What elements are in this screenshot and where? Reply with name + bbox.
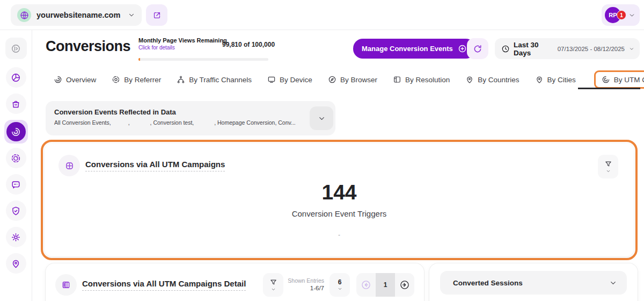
conversion-events-panel: Conversion Events Reflected in Data All … — [46, 101, 335, 135]
external-link-icon — [152, 11, 162, 20]
sidebar-item-feedback[interactable] — [6, 174, 26, 195]
previous-page-button[interactable] — [356, 273, 376, 297]
monitor-icon — [267, 75, 276, 84]
shown-entries: Shown Entries 1-6/7 — [288, 277, 324, 293]
tab-by-referrer[interactable]: By Referrer — [112, 75, 161, 84]
converted-sessions-dropdown[interactable]: Converted Sessions — [440, 271, 627, 295]
utm-spiral-icon — [602, 75, 610, 84]
compass-icon — [328, 75, 336, 84]
chevron-down-icon — [606, 169, 611, 174]
quota-progress-fill — [138, 58, 140, 61]
funnel-icon — [604, 160, 612, 168]
chevron-down-icon — [318, 114, 326, 123]
page-size-value: 6 — [338, 278, 342, 286]
dropdown-selected-value: Converted Sessions — [453, 279, 523, 287]
window-icon — [393, 75, 401, 84]
notification-badge: 1 — [617, 10, 626, 20]
active-tab-indicator — [578, 88, 640, 89]
account-menu[interactable]: RP 1 — [602, 4, 640, 26]
tab-label: By Device — [280, 76, 312, 84]
map-pin-icon — [535, 75, 544, 84]
arrow-right-circle-icon — [399, 280, 410, 290]
chevron-down-icon — [128, 11, 135, 19]
website-selector[interactable]: yourwebsitename.com — [11, 4, 142, 26]
conversion-sub-value: - — [58, 231, 620, 239]
current-page[interactable]: 1 — [376, 273, 395, 297]
utm-campaigns-detail-card: Conversions via All UTM Campaigns Detail… — [46, 263, 424, 301]
tab-by-browser[interactable]: By Browser — [328, 75, 377, 84]
sidebar-nav — [0, 30, 32, 301]
sidebar-item-settings[interactable] — [6, 227, 26, 247]
sidebar-item-locations[interactable] — [6, 253, 26, 274]
map-pin-icon — [465, 75, 474, 84]
period-range: 07/13/2025 - 08/12/2025 — [558, 46, 625, 52]
filter-button[interactable] — [598, 155, 618, 178]
plus-circle-icon — [458, 44, 467, 53]
tab-label: Overview — [66, 76, 96, 84]
sidebar-item-conversions[interactable] — [4, 120, 28, 144]
chevron-down-icon — [628, 12, 635, 19]
next-page-button[interactable] — [395, 273, 414, 297]
report-tabs: Overview By Referrer By Traffic Channels… — [32, 69, 644, 90]
gear-icon — [11, 232, 21, 242]
tab-label: By Referrer — [124, 76, 161, 84]
shown-entries-label: Shown Entries — [288, 277, 324, 284]
open-website-button[interactable] — [146, 4, 167, 26]
pie-chart-icon — [11, 73, 21, 83]
expand-events-button[interactable] — [310, 106, 333, 130]
network-icon — [177, 75, 185, 84]
page-title: Conversions — [46, 38, 130, 55]
events-panel-title: Conversion Events Reflected in Data — [54, 108, 327, 116]
sidebar-item-ecommerce[interactable] — [6, 94, 26, 114]
manage-button-label: Manage Conversion Events — [362, 45, 453, 53]
table-columns-icon — [55, 274, 77, 296]
chevron-down-icon — [271, 287, 276, 292]
events-panel-summary: All Conversion Events, , , Conversion te… — [54, 119, 327, 126]
clock-icon — [501, 45, 510, 53]
arrow-left-circle-icon — [361, 280, 371, 290]
website-name: yourwebsitename.com — [36, 11, 122, 19]
page-views-quota: Monthly Page Views Remaining Click for d… — [138, 37, 270, 51]
period-label: Last 30 Days — [514, 41, 551, 57]
tab-by-cities[interactable]: By Cities — [535, 75, 576, 84]
funnel-icon — [269, 278, 277, 286]
spiral-icon — [54, 75, 62, 84]
quota-progress-bar — [138, 58, 268, 61]
target-icon — [58, 155, 80, 176]
refresh-button[interactable] — [467, 38, 488, 59]
tab-label: By Browser — [340, 76, 377, 84]
referrer-icon — [112, 75, 120, 84]
tab-by-traffic-channels[interactable]: By Traffic Channels — [177, 75, 252, 84]
tab-by-device[interactable]: By Device — [267, 75, 312, 84]
website-globe-icon — [17, 8, 31, 22]
tab-label: By Countries — [478, 76, 519, 84]
lens-icon — [11, 153, 21, 163]
date-range-picker[interactable]: Last 30 Days 07/13/2025 - 08/12/2025 — [495, 38, 640, 59]
utm-campaigns-card-highlight: Conversions via All UTM Campaigns 144 Co… — [41, 140, 638, 260]
detail-filter-button[interactable] — [263, 273, 283, 297]
card-title: Conversions via All UTM Campaigns — [85, 160, 225, 171]
chevron-down-icon — [338, 286, 342, 291]
top-bar: yourwebsitename.com RP 1 — [0, 0, 644, 30]
chevron-down-icon — [629, 46, 634, 52]
shopping-bag-icon — [11, 99, 21, 109]
sidebar-item-dashboard[interactable] — [6, 67, 26, 88]
manage-conversion-events-button[interactable]: Manage Conversion Events — [353, 39, 475, 59]
tab-overview[interactable]: Overview — [54, 75, 96, 84]
sidebar-item-privacy[interactable] — [6, 200, 26, 221]
page-size-selector[interactable]: 6 — [330, 273, 350, 297]
pagination: 1 — [356, 273, 414, 297]
conversion-count: 144 — [58, 181, 620, 204]
tab-label: By Resolution — [405, 76, 450, 84]
refresh-icon — [473, 44, 482, 54]
utm-campaigns-card: Conversions via All UTM Campaigns 144 Co… — [45, 144, 634, 256]
shield-check-icon — [11, 206, 21, 216]
sidebar-item-session-recordings[interactable] — [6, 148, 26, 168]
sidebar-toggle-button[interactable] — [5, 38, 27, 59]
tab-by-resolution[interactable]: By Resolution — [393, 75, 450, 84]
chat-bubble-icon — [11, 180, 21, 190]
tab-by-countries[interactable]: By Countries — [465, 75, 519, 84]
map-pin-icon — [11, 259, 21, 269]
spiral-icon — [6, 122, 26, 141]
tab-by-utm-campaign[interactable]: By UTM Campaign — [594, 70, 644, 89]
